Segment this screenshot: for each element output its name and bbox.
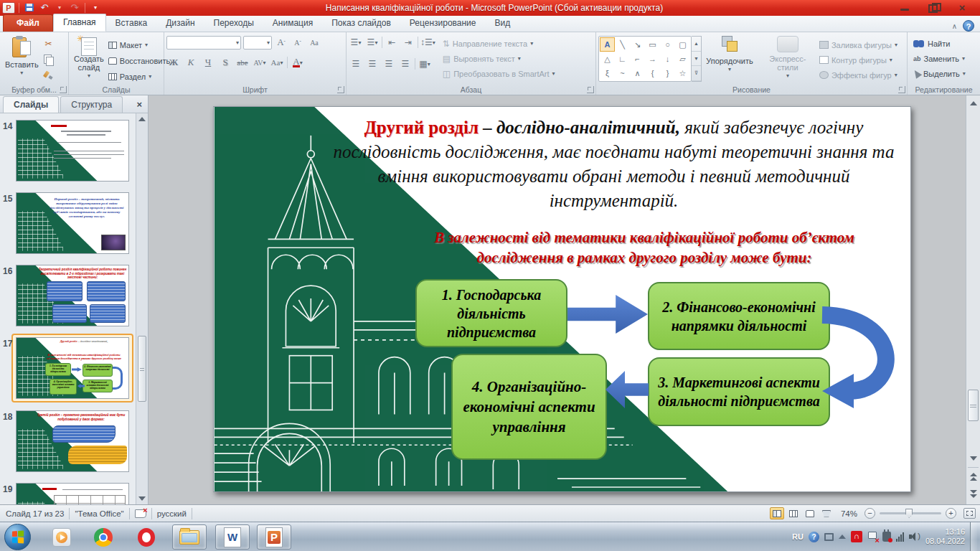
new-slide-button[interactable]: ✳ Создать слайд ▾ [71, 34, 107, 82]
reset-slide-button[interactable]: Восстановить [107, 53, 171, 68]
normal-view-button[interactable] [770, 507, 784, 519]
slide-thumbnail-17-selected[interactable]: 17 Другий розділ – дослідно-аналітичний,… [0, 337, 136, 403]
redo-button[interactable]: ↷ [68, 2, 81, 14]
zoom-slider[interactable] [880, 512, 941, 514]
shapes-gallery[interactable]: A ╲ ↘ ▭ ○ ▢ △ ∟ ⌐ → ↓ ▱ ξ ~ ∧ [598, 36, 692, 82]
panel-scrollbar[interactable] [136, 113, 148, 504]
previous-slide-button[interactable] [968, 470, 979, 483]
slide-thumbnail-14[interactable]: 14 [0, 120, 136, 186]
scroll-thumb[interactable] [968, 390, 979, 421]
tab-design[interactable]: Дизайн [156, 15, 204, 32]
copy-button[interactable] [42, 52, 56, 67]
font-name-combo[interactable]: ▾ [166, 36, 241, 50]
slide-thumbnail-19[interactable]: 19 [0, 483, 136, 504]
slide-subtitle[interactable]: В залежності від тематики кваліфікаційно… [429, 227, 859, 268]
tray-window-icon[interactable] [824, 533, 834, 541]
tray-help-icon[interactable]: ? [809, 532, 819, 542]
shape-effects-button[interactable]: Эффекты фигур▾ [818, 67, 899, 83]
slide-sorter-button[interactable] [786, 507, 801, 519]
zoom-level[interactable]: 74% [841, 509, 857, 518]
slide-thumbnail-18[interactable]: 18 Третій розділ – проектно-рекомендацій… [0, 410, 136, 476]
tray-hidden-icons[interactable] [839, 534, 846, 539]
box-3-marketing-aspects[interactable]: 3. Маркетингові аспекти діяльності підпр… [648, 357, 830, 426]
shapes-gallery-scroll[interactable]: ▲ ▼ ⊽ [692, 36, 702, 82]
increase-indent-button[interactable]: ⇥ [401, 35, 415, 50]
font-dialog-launcher[interactable] [337, 86, 344, 93]
close-button[interactable]: × [953, 3, 971, 13]
arrange-button[interactable]: Упорядочить ▾ [702, 34, 758, 82]
replace-button[interactable]: ab Заменить▾ [913, 51, 978, 66]
undo-button[interactable]: ↶ [38, 2, 51, 14]
drawing-dialog-launcher[interactable] [898, 86, 905, 93]
align-right-button[interactable]: ☰ [382, 57, 396, 71]
panel-scroll-thumb[interactable] [138, 336, 146, 402]
line-spacing-button[interactable]: ↕☰▾ [420, 35, 435, 50]
paragraph-dialog-launcher[interactable] [587, 86, 594, 93]
bullets-button[interactable]: ☰▾ [349, 35, 363, 50]
tab-insert[interactable]: Вставка [106, 15, 157, 32]
language-indicator[interactable]: русский [157, 509, 187, 518]
scroll-down-button[interactable] [968, 453, 979, 464]
power-plug-icon[interactable] [882, 532, 891, 542]
find-button[interactable]: Найти [913, 36, 978, 51]
app-icon[interactable]: P [2, 2, 15, 14]
tab-view[interactable]: Вид [486, 15, 520, 32]
zoom-out-button[interactable]: − [864, 508, 875, 519]
box-4-organizational-aspects[interactable]: 4. Організаційно-економічні аспекти упра… [451, 354, 607, 460]
shape-fill-button[interactable]: Заливка фигуры▾ [818, 37, 899, 52]
taskbar-chrome[interactable] [86, 524, 121, 550]
collapse-ribbon-button[interactable]: ∧ [952, 22, 957, 30]
clear-formatting-button[interactable]: Аа [307, 35, 321, 50]
zoom-in-button[interactable]: + [946, 508, 956, 519]
tab-slideshow[interactable]: Показ слайдов [322, 15, 400, 32]
undo-dropdown[interactable]: ▾ [53, 2, 66, 14]
slide-title[interactable]: Другий розділ – дослідно-аналітичний, як… [325, 116, 903, 213]
customize-qat-button[interactable]: ▾ [89, 2, 102, 14]
reading-view-button[interactable] [803, 507, 817, 519]
scroll-up-button[interactable] [968, 98, 979, 109]
panel-tab-slides[interactable]: Слайды [3, 96, 59, 113]
zoom-slider-thumb[interactable] [905, 509, 913, 518]
taskbar-explorer[interactable] [172, 524, 207, 550]
justify-button[interactable]: ☰ [398, 57, 413, 71]
font-color-button[interactable]: А▾ [291, 55, 305, 70]
quick-styles-button[interactable]: Экспресс-стили ▾ [758, 34, 818, 82]
taskbar-powerpoint[interactable]: P [257, 524, 291, 550]
next-slide-button[interactable] [968, 487, 979, 500]
show-desktop-button[interactable] [970, 522, 977, 551]
align-left-button[interactable]: ☰ [349, 57, 363, 71]
box-1-economic-activity[interactable]: 1. Господарська діяльність підприємства [415, 279, 567, 347]
slide-17[interactable]: Другий розділ – дослідно-аналітичний, як… [213, 106, 911, 492]
numbering-button[interactable]: ☰▾ [365, 35, 380, 50]
columns-button[interactable]: ▦▾ [418, 57, 432, 71]
increase-font-button[interactable]: Аˆ [274, 35, 288, 50]
clipboard-dialog-launcher[interactable] [60, 86, 67, 93]
paste-button[interactable]: Вставить ▾ [2, 34, 42, 82]
taskbar-word[interactable]: W [215, 524, 250, 550]
layout-button[interactable]: Макет▾ [107, 37, 171, 52]
action-center-flag-icon[interactable] [867, 532, 877, 542]
restore-button[interactable] [924, 3, 943, 13]
strikethrough-button[interactable]: abe [235, 55, 250, 70]
cut-button[interactable]: ✂ [42, 37, 56, 51]
font-size-combo[interactable]: ▾ [243, 36, 272, 50]
slide-thumbnail-15[interactable]: 15 Перший розділ – теоретичний, містить … [0, 192, 136, 258]
character-spacing-button[interactable]: AV▾ [253, 55, 267, 70]
panel-close-button[interactable]: × [136, 99, 142, 110]
network-signal-icon[interactable] [896, 532, 904, 542]
text-direction-button[interactable]: ⇅ Направление текста▾ [441, 36, 557, 51]
box-2-financial-directions[interactable]: 2. Фінансово-економічні напрямки діяльно… [648, 282, 830, 350]
panel-tab-outline[interactable]: Структура [60, 96, 123, 113]
bold-button[interactable]: Ж [166, 55, 181, 70]
spellcheck-icon[interactable] [135, 509, 146, 518]
taskbar-opera[interactable] [129, 524, 164, 550]
format-painter-button[interactable] [42, 68, 56, 83]
curved-arrow-2-to-3[interactable] [816, 270, 912, 408]
tab-file[interactable]: Файл [3, 14, 53, 32]
tab-review[interactable]: Рецензирование [400, 15, 486, 32]
save-button[interactable] [23, 2, 36, 14]
start-button[interactable] [4, 524, 31, 550]
align-center-button[interactable]: ☰ [365, 57, 380, 71]
change-case-button[interactable]: Aa▾ [270, 55, 284, 70]
text-shadow-button[interactable]: S [218, 55, 232, 70]
